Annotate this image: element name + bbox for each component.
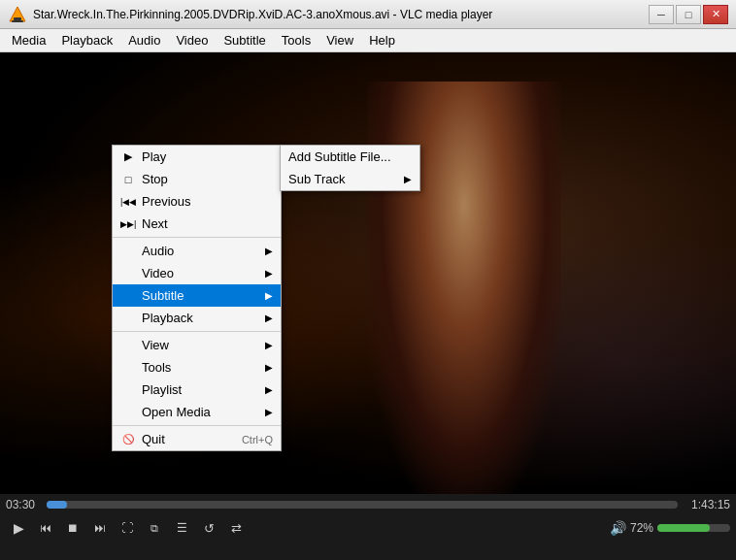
random-button[interactable]: ⇄ [223,515,249,541]
ctx-tools[interactable]: Tools ▶ [113,356,281,379]
app-icon [8,5,27,24]
ctx-open-media-label: Open Media [142,405,211,419]
context-menu: ▶ Play □ Stop |◀◀ Previous ▶▶| Next Audi… [112,145,282,451]
tools-arrow-icon: ▶ [265,362,273,373]
window-controls: ─ □ ✕ [649,5,728,24]
play-button[interactable]: ▶ [6,515,31,541]
progress-bar[interactable] [47,501,678,509]
menu-tools[interactable]: Tools [274,31,318,49]
close-button[interactable]: ✕ [703,5,728,24]
progress-row: 03:30 1:43:15 [6,498,730,511]
stop-icon: □ [120,174,136,185]
next-icon: ▶▶| [120,219,136,229]
add-subtitle-file-label: Add Subtitle File... [288,149,391,164]
extended-button[interactable]: ⧉ [142,515,167,541]
window-title: Star.Wreck.In.The.Pirkinning.2005.DVDRip… [33,8,649,21]
video-arrow-icon: ▶ [265,268,273,279]
volume-label: 72% [630,521,653,535]
ctx-next-label: Next [142,216,168,231]
ctx-quit-label: Quit [142,432,165,446]
ctx-playlist-label: Playlist [142,382,182,397]
menu-playback[interactable]: Playback [53,31,120,49]
svg-rect-2 [12,20,23,22]
ctx-video-label: Video [142,266,174,280]
menu-audio[interactable]: Audio [120,31,168,49]
playlist-arrow-icon: ▶ [265,384,273,395]
ctx-previous[interactable]: |◀◀ Previous [113,190,281,213]
menu-help[interactable]: Help [361,31,403,49]
controls-bar: 03:30 1:43:15 ▶ ⏮ ⏹ ⏭ ⛶ ⧉ ☰ ↺ ⇄ 🔊 72% [0,494,736,560]
current-time: 03:30 [6,498,41,511]
separator-1 [113,237,281,238]
sub-track-label: Sub Track [288,172,346,186]
prev-button[interactable]: ⏮ [33,515,58,541]
ctx-quit[interactable]: 🚫 Quit Ctrl+Q [113,428,281,450]
playback-arrow-icon: ▶ [265,313,273,323]
loop-button[interactable]: ↺ [196,515,221,541]
play-icon: ▶ [120,150,136,163]
ctx-play[interactable]: ▶ Play [113,146,281,168]
stop-button[interactable]: ⏹ [60,515,85,541]
volume-fill [657,524,710,532]
volume-icon: 🔊 [610,520,626,536]
ctx-next[interactable]: ▶▶| Next [113,213,281,235]
quit-icon: 🚫 [120,434,136,445]
menu-subtitle[interactable]: Subtitle [216,31,273,49]
next-button[interactable]: ⏭ [87,515,113,541]
title-bar: Star.Wreck.In.The.Pirkinning.2005.DVDRip… [0,0,736,29]
ctx-playback-label: Playback [142,311,193,325]
volume-area: 🔊 72% [610,520,730,536]
maximize-button[interactable]: □ [676,5,701,24]
subtitle-arrow-icon: ▶ [265,290,273,301]
ctx-view[interactable]: View ▶ [113,334,281,356]
ctx-play-label: Play [142,149,166,164]
svg-rect-1 [14,17,21,20]
ctx-previous-label: Previous [142,194,191,209]
sub-track-arrow-icon: ▶ [404,174,412,184]
ctx-subtitle[interactable]: Subtitle ▶ [113,284,281,307]
ctx-stop[interactable]: □ Stop [113,168,281,190]
separator-3 [113,425,281,426]
menu-view[interactable]: View [318,31,361,49]
ctx-audio-label: Audio [142,244,174,258]
video-area: ▶ Play □ Stop |◀◀ Previous ▶▶| Next Audi… [0,52,736,494]
buttons-row: ▶ ⏮ ⏹ ⏭ ⛶ ⧉ ☰ ↺ ⇄ 🔊 72% [6,515,730,541]
ctx-audio[interactable]: Audio ▶ [113,240,281,262]
sub-add-subtitle-file[interactable]: Add Subtitle File... [281,146,419,168]
total-time: 1:43:15 [684,498,730,511]
subtitle-submenu: Add Subtitle File... Sub Track ▶ [280,145,420,191]
menu-media[interactable]: Media [4,31,53,49]
ctx-tools-label: Tools [142,360,171,375]
audio-arrow-icon: ▶ [265,246,273,256]
volume-bar[interactable] [657,524,730,532]
ctx-open-media[interactable]: Open Media ▶ [113,401,281,423]
ctx-playback[interactable]: Playback ▶ [113,307,281,329]
scene-person [367,82,561,494]
ctx-view-label: View [142,338,169,352]
menu-bar: Media Playback Audio Video Subtitle Tool… [0,29,736,52]
minimize-button[interactable]: ─ [649,5,674,24]
fullscreen-button[interactable]: ⛶ [115,515,140,541]
ctx-playlist[interactable]: Playlist ▶ [113,379,281,401]
ctx-subtitle-label: Subtitle [142,288,184,303]
playlist-button[interactable]: ☰ [169,515,194,541]
quit-shortcut: Ctrl+Q [242,434,273,445]
ctx-stop-label: Stop [142,172,168,186]
menu-video[interactable]: Video [168,31,216,49]
open-media-arrow-icon: ▶ [265,407,273,417]
separator-2 [113,331,281,332]
view-arrow-icon: ▶ [265,340,273,350]
previous-icon: |◀◀ [120,197,136,207]
ctx-video[interactable]: Video ▶ [113,262,281,284]
sub-track[interactable]: Sub Track ▶ [281,168,419,190]
progress-fill [47,501,67,509]
